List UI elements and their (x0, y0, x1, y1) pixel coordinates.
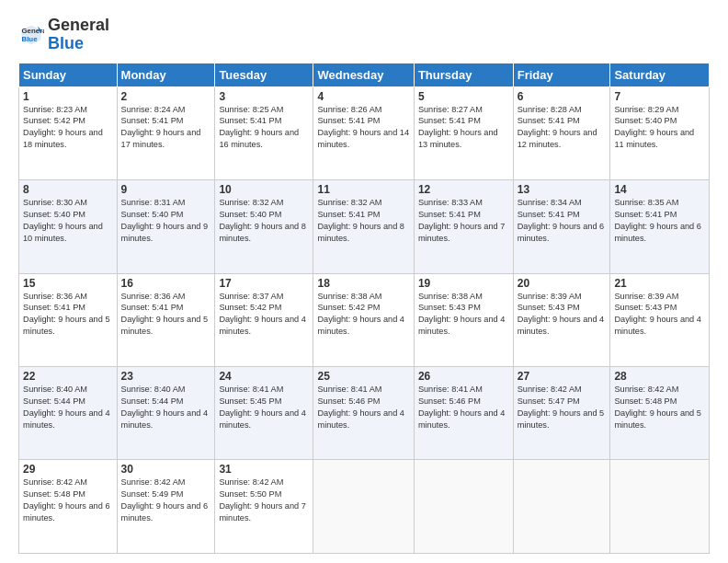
day-number: 9 (121, 183, 211, 196)
day-number: 15 (23, 277, 113, 290)
calendar-table: SundayMondayTuesdayWednesdayThursdayFrid… (18, 63, 710, 554)
weekday-friday: Friday (513, 63, 610, 86)
calendar-cell: 14Sunrise: 8:35 AMSunset: 5:41 PMDayligh… (610, 180, 710, 273)
day-number: 8 (23, 183, 113, 196)
day-info: Sunrise: 8:32 AMSunset: 5:41 PMDaylight:… (317, 197, 409, 245)
calendar-cell: 5Sunrise: 8:27 AMSunset: 5:41 PMDaylight… (414, 86, 513, 179)
calendar-cell: 28Sunrise: 8:42 AMSunset: 5:48 PMDayligh… (610, 367, 710, 460)
calendar-cell: 25Sunrise: 8:41 AMSunset: 5:46 PMDayligh… (313, 367, 414, 460)
calendar-cell (414, 460, 513, 554)
calendar-cell (610, 460, 710, 554)
calendar-cell: 31Sunrise: 8:42 AMSunset: 5:50 PMDayligh… (215, 460, 313, 554)
day-info: Sunrise: 8:27 AMSunset: 5:41 PMDaylight:… (418, 104, 509, 152)
calendar-cell: 22Sunrise: 8:40 AMSunset: 5:44 PMDayligh… (19, 367, 118, 460)
day-info: Sunrise: 8:41 AMSunset: 5:45 PMDaylight:… (219, 384, 309, 431)
day-info: Sunrise: 8:40 AMSunset: 5:44 PMDaylight:… (23, 384, 113, 431)
calendar-cell: 15Sunrise: 8:36 AMSunset: 5:41 PMDayligh… (19, 273, 118, 366)
day-number: 10 (219, 183, 309, 196)
calendar-cell: 29Sunrise: 8:42 AMSunset: 5:48 PMDayligh… (19, 460, 118, 554)
calendar-cell: 18Sunrise: 8:38 AMSunset: 5:42 PMDayligh… (313, 273, 414, 366)
calendar-cell: 2Sunrise: 8:24 AMSunset: 5:41 PMDaylight… (117, 86, 215, 179)
weekday-sunday: Sunday (19, 63, 118, 86)
calendar-cell: 17Sunrise: 8:37 AMSunset: 5:42 PMDayligh… (215, 273, 313, 366)
calendar-cell: 1Sunrise: 8:23 AMSunset: 5:42 PMDaylight… (19, 86, 118, 179)
week-row-2: 8Sunrise: 8:30 AMSunset: 5:40 PMDaylight… (19, 180, 710, 273)
page-header: General Blue GeneralBlue (18, 17, 710, 53)
day-info: Sunrise: 8:38 AMSunset: 5:43 PMDaylight:… (418, 291, 509, 339)
day-info: Sunrise: 8:42 AMSunset: 5:50 PMDaylight:… (219, 477, 309, 524)
day-number: 6 (518, 90, 607, 103)
calendar-cell: 10Sunrise: 8:32 AMSunset: 5:40 PMDayligh… (215, 180, 313, 273)
calendar-cell: 4Sunrise: 8:26 AMSunset: 5:41 PMDaylight… (313, 86, 414, 179)
day-number: 19 (418, 277, 509, 290)
day-info: Sunrise: 8:41 AMSunset: 5:46 PMDaylight:… (317, 384, 409, 431)
day-number: 18 (317, 277, 409, 290)
calendar-cell: 11Sunrise: 8:32 AMSunset: 5:41 PMDayligh… (313, 180, 414, 273)
day-number: 11 (317, 183, 409, 196)
calendar-cell: 7Sunrise: 8:29 AMSunset: 5:40 PMDaylight… (610, 86, 710, 179)
calendar-cell: 12Sunrise: 8:33 AMSunset: 5:41 PMDayligh… (414, 180, 513, 273)
calendar-cell: 24Sunrise: 8:41 AMSunset: 5:45 PMDayligh… (215, 367, 313, 460)
logo: General Blue GeneralBlue (18, 17, 109, 53)
weekday-tuesday: Tuesday (215, 63, 313, 86)
day-number: 26 (418, 370, 509, 383)
calendar-cell (513, 460, 610, 554)
calendar-cell: 23Sunrise: 8:40 AMSunset: 5:44 PMDayligh… (117, 367, 215, 460)
week-row-4: 22Sunrise: 8:40 AMSunset: 5:44 PMDayligh… (19, 367, 710, 460)
week-row-3: 15Sunrise: 8:36 AMSunset: 5:41 PMDayligh… (19, 273, 710, 366)
weekday-saturday: Saturday (610, 63, 710, 86)
day-info: Sunrise: 8:37 AMSunset: 5:42 PMDaylight:… (219, 291, 309, 339)
weekday-wednesday: Wednesday (313, 63, 414, 86)
day-number: 2 (121, 90, 211, 103)
day-info: Sunrise: 8:42 AMSunset: 5:49 PMDaylight:… (121, 477, 211, 524)
day-number: 25 (317, 370, 409, 383)
calendar-body: 1Sunrise: 8:23 AMSunset: 5:42 PMDaylight… (19, 86, 710, 553)
calendar-cell (313, 460, 414, 554)
day-number: 14 (614, 183, 705, 196)
day-number: 13 (518, 183, 607, 196)
logo-text: GeneralBlue (48, 17, 109, 53)
day-number: 29 (23, 463, 113, 476)
day-info: Sunrise: 8:25 AMSunset: 5:41 PMDaylight:… (219, 104, 309, 152)
day-number: 30 (121, 463, 211, 476)
week-row-5: 29Sunrise: 8:42 AMSunset: 5:48 PMDayligh… (19, 460, 710, 554)
day-number: 3 (219, 90, 309, 103)
day-number: 23 (121, 370, 211, 383)
day-info: Sunrise: 8:29 AMSunset: 5:40 PMDaylight:… (614, 104, 705, 152)
day-number: 5 (418, 90, 509, 103)
day-number: 24 (219, 370, 309, 383)
day-number: 22 (23, 370, 113, 383)
day-number: 17 (219, 277, 309, 290)
week-row-1: 1Sunrise: 8:23 AMSunset: 5:42 PMDaylight… (19, 86, 710, 179)
weekday-monday: Monday (117, 63, 215, 86)
calendar-cell: 26Sunrise: 8:41 AMSunset: 5:46 PMDayligh… (414, 367, 513, 460)
day-info: Sunrise: 8:41 AMSunset: 5:46 PMDaylight:… (418, 384, 509, 431)
day-info: Sunrise: 8:42 AMSunset: 5:47 PMDaylight:… (518, 384, 607, 431)
day-info: Sunrise: 8:39 AMSunset: 5:43 PMDaylight:… (518, 291, 607, 339)
day-info: Sunrise: 8:35 AMSunset: 5:41 PMDaylight:… (614, 197, 705, 245)
calendar-cell: 6Sunrise: 8:28 AMSunset: 5:41 PMDaylight… (513, 86, 610, 179)
day-info: Sunrise: 8:32 AMSunset: 5:40 PMDaylight:… (219, 197, 309, 245)
svg-text:Blue: Blue (22, 35, 39, 43)
calendar-cell: 30Sunrise: 8:42 AMSunset: 5:49 PMDayligh… (117, 460, 215, 554)
calendar-cell: 21Sunrise: 8:39 AMSunset: 5:43 PMDayligh… (610, 273, 710, 366)
day-number: 31 (219, 463, 309, 476)
day-info: Sunrise: 8:36 AMSunset: 5:41 PMDaylight:… (23, 291, 113, 339)
logo-icon: General Blue (18, 22, 44, 48)
day-info: Sunrise: 8:38 AMSunset: 5:42 PMDaylight:… (317, 291, 409, 339)
calendar-cell: 13Sunrise: 8:34 AMSunset: 5:41 PMDayligh… (513, 180, 610, 273)
calendar-cell: 19Sunrise: 8:38 AMSunset: 5:43 PMDayligh… (414, 273, 513, 366)
calendar-cell: 20Sunrise: 8:39 AMSunset: 5:43 PMDayligh… (513, 273, 610, 366)
day-info: Sunrise: 8:30 AMSunset: 5:40 PMDaylight:… (23, 197, 113, 245)
calendar-cell: 8Sunrise: 8:30 AMSunset: 5:40 PMDaylight… (19, 180, 118, 273)
calendar-cell: 16Sunrise: 8:36 AMSunset: 5:41 PMDayligh… (117, 273, 215, 366)
day-info: Sunrise: 8:26 AMSunset: 5:41 PMDaylight:… (317, 104, 409, 152)
day-number: 1 (23, 90, 113, 103)
day-number: 7 (614, 90, 705, 103)
calendar-cell: 27Sunrise: 8:42 AMSunset: 5:47 PMDayligh… (513, 367, 610, 460)
weekday-header-row: SundayMondayTuesdayWednesdayThursdayFrid… (19, 63, 710, 86)
day-number: 28 (614, 370, 705, 383)
day-info: Sunrise: 8:36 AMSunset: 5:41 PMDaylight:… (121, 291, 211, 339)
day-info: Sunrise: 8:23 AMSunset: 5:42 PMDaylight:… (23, 104, 113, 152)
day-number: 21 (614, 277, 705, 290)
